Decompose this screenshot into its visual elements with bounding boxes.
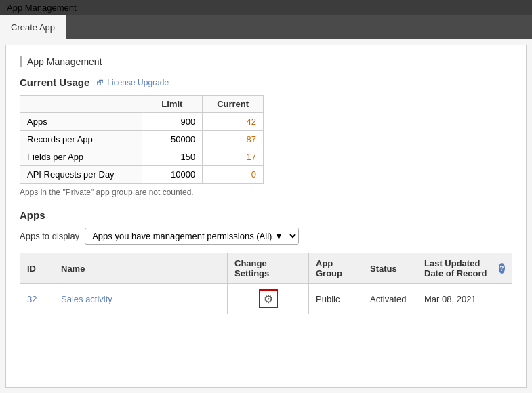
app-status: Activated <box>363 284 417 314</box>
app-last-updated: Mar 08, 2021 <box>417 284 512 314</box>
gear-settings-button[interactable]: ⚙ <box>259 289 278 308</box>
page-header-bar: App Management <box>20 56 512 67</box>
apps-col-group: App Group <box>309 253 363 284</box>
usage-table: Limit Current Apps 900 42 Records per Ap… <box>20 95 264 184</box>
app-name-link[interactable]: Sales activity <box>61 294 112 304</box>
usage-row-label: Records per App <box>20 131 142 148</box>
license-upgrade-link[interactable]: 🗗 License Upgrade <box>96 78 169 87</box>
usage-table-row: Apps 900 42 <box>20 113 264 131</box>
usage-row-current: 0 <box>203 166 264 184</box>
apps-col-name: Name <box>54 253 228 284</box>
apps-table-row: 32 Sales activity ⚙ Public Activated Mar… <box>20 284 512 314</box>
top-bar-title: App Management <box>7 3 77 13</box>
usage-table-row: Records per App 50000 87 <box>20 131 264 148</box>
usage-row-current: 87 <box>203 131 264 148</box>
usage-row-limit: 900 <box>142 113 203 131</box>
apps-table: ID Name Change Settings App Group Status… <box>20 253 512 314</box>
usage-row-label: Apps <box>20 113 142 131</box>
content-area: App Management Current Usage 🗗 License U… <box>0 39 532 393</box>
usage-row-limit: 50000 <box>142 131 203 148</box>
usage-col-limit: Limit <box>142 96 203 113</box>
nav-bar: Create App <box>0 15 532 39</box>
apps-col-status: Status <box>363 253 417 284</box>
app-id: 32 <box>20 284 54 314</box>
usage-table-row: Fields per App 150 17 <box>20 148 264 166</box>
top-bar: App Management <box>0 0 532 15</box>
apps-col-date: Last Updated Date of Record ? <box>417 253 512 284</box>
page-card: App Management Current Usage 🗗 License U… <box>5 45 527 388</box>
app-name: Sales activity <box>54 284 228 314</box>
usage-row-current: 42 <box>203 113 264 131</box>
usage-note: Apps in the "Private" app group are not … <box>20 188 512 197</box>
apps-filter-label: Apps to display <box>20 231 79 241</box>
help-icon[interactable]: ? <box>499 263 505 274</box>
current-usage-title: Current Usage <box>20 77 89 88</box>
usage-table-row: API Requests per Day 10000 0 <box>20 166 264 184</box>
current-usage-header: Current Usage 🗗 License Upgrade <box>20 77 512 88</box>
apps-col-id: ID <box>20 253 54 284</box>
external-link-icon: 🗗 <box>96 79 104 87</box>
usage-col-label <box>20 96 142 113</box>
apps-heading: Apps <box>20 209 512 221</box>
usage-row-limit: 10000 <box>142 166 203 184</box>
usage-row-label: API Requests per Day <box>20 166 142 184</box>
apps-filter-select[interactable]: Apps you have management permissions (Al… <box>85 228 299 245</box>
usage-row-label: Fields per App <box>20 148 142 166</box>
apps-filter-row: Apps to display Apps you have management… <box>20 228 512 245</box>
app-group: Public <box>309 284 363 314</box>
page-header-text: App Management <box>27 56 102 67</box>
app-settings-cell: ⚙ <box>228 284 309 314</box>
usage-row-limit: 150 <box>142 148 203 166</box>
apps-col-settings: Change Settings <box>228 253 309 284</box>
usage-row-current: 17 <box>203 148 264 166</box>
usage-col-current: Current <box>203 96 264 113</box>
create-app-tab[interactable]: Create App <box>0 15 66 39</box>
